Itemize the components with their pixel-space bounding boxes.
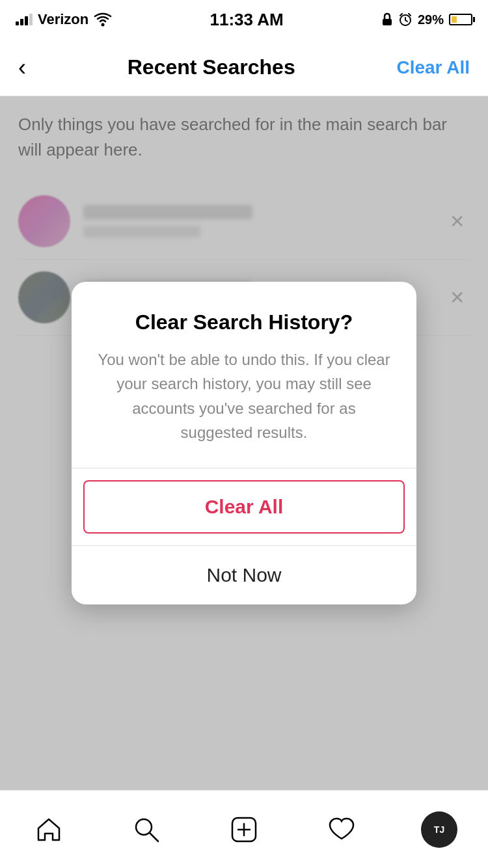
svg-line-4 <box>150 833 158 841</box>
dialog-title: Clear Search History? <box>95 310 393 334</box>
dialog-message: You won't be able to undo this. If you c… <box>95 347 393 444</box>
clear-all-button[interactable]: Clear All <box>396 57 470 78</box>
svg-rect-1 <box>383 19 392 25</box>
heart-icon <box>327 815 356 844</box>
signal-bars <box>16 14 33 25</box>
home-icon <box>34 815 63 844</box>
nav-profile-button[interactable]: TJ <box>413 804 465 856</box>
carrier-label: Verizon <box>38 11 88 28</box>
battery-fill <box>452 16 457 23</box>
battery-icon <box>449 14 472 25</box>
nav-activity-button[interactable] <box>316 804 368 856</box>
nav-home-button[interactable] <box>23 804 75 856</box>
status-bar: Verizon 11:33 AM 29% <box>0 0 488 39</box>
back-button[interactable]: ‹ <box>18 54 26 81</box>
add-icon <box>230 815 258 844</box>
nav-search-button[interactable] <box>120 804 172 856</box>
wifi-icon <box>94 12 112 27</box>
alarm-icon <box>398 12 413 27</box>
bottom-nav: TJ <box>0 790 488 868</box>
clear-history-dialog: Clear Search History? You won't be able … <box>72 282 416 604</box>
profile-avatar: TJ <box>421 811 457 848</box>
page-title: Recent Searches <box>128 55 295 79</box>
dialog-cancel-button[interactable]: Not Now <box>72 546 416 604</box>
lock-icon <box>381 12 393 27</box>
status-right: 29% <box>381 12 472 27</box>
status-time: 11:33 AM <box>210 10 284 30</box>
nav-bar: ‹ Recent Searches Clear All <box>0 39 488 96</box>
svg-point-0 <box>102 23 105 27</box>
dialog-body: Clear Search History? You won't be able … <box>72 282 416 468</box>
search-icon <box>132 815 161 844</box>
status-left: Verizon <box>16 11 112 28</box>
dialog-clear-button[interactable]: Clear All <box>83 480 405 534</box>
battery-percent: 29% <box>418 12 444 27</box>
nav-add-button[interactable] <box>218 804 270 856</box>
dialog-divider-1 <box>72 468 416 468</box>
modal-overlay: Clear Search History? You won't be able … <box>0 96 488 790</box>
